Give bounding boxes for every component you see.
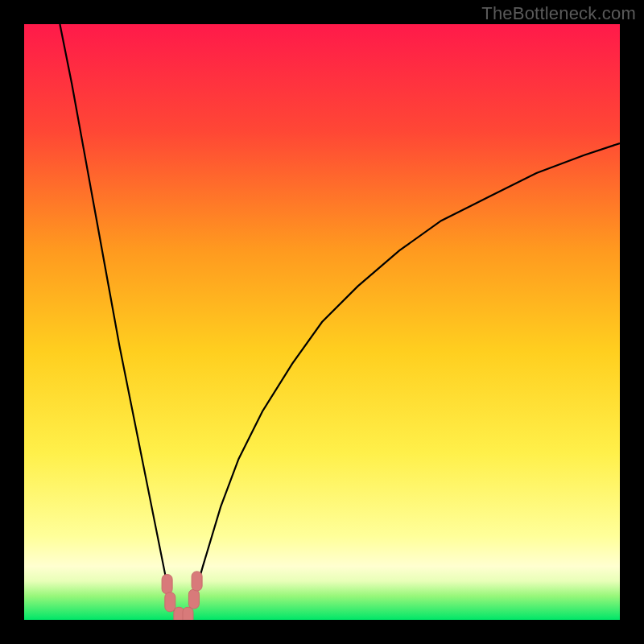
watermark-text: TheBottleneck.com: [481, 3, 636, 24]
chart-frame: TheBottleneck.com: [0, 0, 644, 644]
optimal-marker: [192, 572, 202, 591]
optimal-marker: [162, 575, 172, 594]
optimal-marker: [165, 592, 175, 612]
optimal-marker: [188, 589, 199, 609]
optimal-markers: [162, 572, 202, 620]
plot-area: [24, 24, 620, 620]
optimal-marker: [183, 607, 193, 620]
bottleneck-curve: [24, 24, 620, 620]
